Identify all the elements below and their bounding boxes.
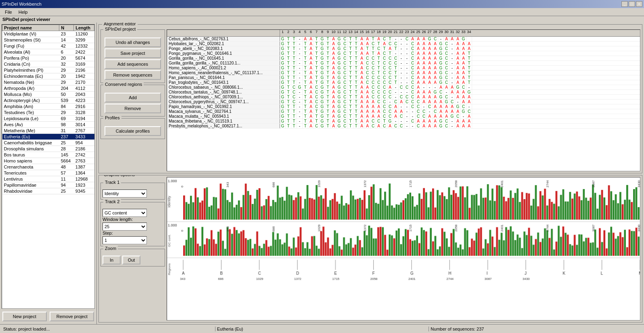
- alignment-row[interactable]: Gorilla_gorilla_-_NC_001645.1GTT-TATGTAG…: [167, 56, 640, 61]
- table-row[interactable]: Crenarchaeota481387: [2, 164, 94, 170]
- new-project-button[interactable]: New project: [2, 312, 47, 321]
- alignment-row[interactable]: Homo_sapiens_neanderthalensis_-_NC_01113…: [167, 71, 640, 75]
- sequences-status: Number of sequences: 237: [429, 327, 642, 331]
- table-row[interactable]: Lepidosauria (Le)693194: [2, 116, 94, 122]
- table-row[interactable]: Homo sapiens56642763: [2, 158, 94, 164]
- table-row[interactable]: Lentivirus1112968: [2, 176, 94, 182]
- table-row[interactable]: Mollusca (Mo)502043: [2, 92, 94, 98]
- title-bar-buttons[interactable]: _ □ ×: [621, 1, 642, 7]
- undo-all-button[interactable]: Undo all changes: [105, 37, 161, 47]
- alignment-row[interactable]: Homo_sapiens_-_AC_000021.2GTT-TATGTAGCTT…: [167, 66, 640, 71]
- alignment-row[interactable]: Macaca_sylvanus_-_NC_002764.1GTT-TATGTAG…: [167, 109, 640, 114]
- col-project-name[interactable]: Project name: [2, 25, 59, 31]
- table-row[interactable]: Aves (Av)983014: [2, 122, 94, 128]
- table-row[interactable]: Eutheria (Eu)2373433: [2, 134, 94, 140]
- spindel-project-group: SPInDel project Undo all changes Save pr…: [100, 29, 165, 83]
- add-sequences-button[interactable]: Add sequences: [105, 59, 161, 69]
- menu-bar: File Help: [0, 8, 644, 16]
- alignment-editor-title: Alignment editor: [102, 23, 138, 26]
- alignment-row[interactable]: Pongo_pygmaeus_-_NC_001646.1GTT-TATGTAGC…: [167, 51, 640, 56]
- alignment-row[interactable]: Hylobates_lar_-_NC_002082.1GTT-TATGTAGCT…: [167, 42, 640, 46]
- zoom-in-button[interactable]: In: [102, 256, 121, 264]
- alignment-header: 1234567891011121314151617181920212223242…: [167, 30, 640, 37]
- table-row[interactable]: Papillomaviridae941923: [2, 182, 94, 188]
- table-row[interactable]: Caenorhabditis briggsae25954: [2, 140, 94, 146]
- window-length-label: Window length:: [102, 217, 163, 222]
- track2-dropdown[interactable]: GC content Identity Gaps Entropy: [102, 209, 147, 217]
- zoom-group: Zoom In Out: [100, 249, 165, 266]
- alignment-row[interactable]: Pongo_abelii_-_NC_002083.1GTT-TATGTAGCTT…: [167, 46, 640, 51]
- left-panel: Project name N Length Viridiplantae (Vi)…: [0, 23, 97, 324]
- alignment-row[interactable]: Chlorocebus_aethiops_-_NC_007009.1...GTC…: [167, 95, 640, 100]
- alignment-row[interactable]: Presbytis_melalophos_-_NC_008217.1...GTT…: [167, 124, 640, 129]
- menu-file[interactable]: File: [2, 9, 15, 15]
- app-header: SPInDel project viewer: [0, 16, 644, 23]
- col-length[interactable]: Length: [74, 25, 94, 31]
- conserved-regions-title: Conserved regions: [103, 82, 144, 87]
- track1-dropdown[interactable]: Identity GC content Gaps Entropy: [102, 189, 147, 198]
- title-bar: SPInDel Workbench _ □ ×: [0, 0, 644, 8]
- table-row[interactable]: Echinodermata (Ec)201942: [2, 73, 94, 79]
- table-row[interactable]: Viridiplantae (Vi)2311260: [2, 31, 94, 37]
- table-row[interactable]: Platyhelminthes (Pl)292196: [2, 67, 94, 73]
- track1-group: Track 1 Identity GC content Gaps Entropy: [100, 183, 165, 200]
- add-conserved-button[interactable]: Add: [105, 93, 161, 102]
- table-row[interactable]: Nematoda (Ne)292170: [2, 79, 94, 85]
- calculate-profiles-button[interactable]: Calculate profiles: [105, 126, 161, 136]
- track2-group: Track 2 GC content Identity Gaps Entropy…: [100, 202, 165, 246]
- project-table: Project name N Length Viridiplantae (Vi)…: [2, 24, 95, 309]
- table-row[interactable]: Tenericutes571364: [2, 170, 94, 176]
- maximize-button[interactable]: □: [629, 1, 635, 7]
- table-row[interactable]: Porifera (Po)205674: [2, 55, 94, 61]
- table-row[interactable]: Metatheria (Me)312767: [2, 128, 94, 134]
- project-status: Eutheria (Eu): [215, 327, 429, 331]
- table-row[interactable]: Bos taurus1452742: [2, 152, 94, 158]
- chart-canvas: [167, 177, 640, 321]
- table-row[interactable]: Alveolata (Al)62422: [2, 49, 94, 55]
- minimize-button[interactable]: _: [621, 1, 628, 7]
- table-row[interactable]: Amphibia (Am)842916: [2, 104, 94, 110]
- track2-title: Track 2: [103, 199, 121, 204]
- step-dropdown[interactable]: 1 5 10: [102, 236, 147, 244]
- track1-title: Track 1: [103, 180, 121, 185]
- alignment-row[interactable]: Gorilla_gorilla_gorilla_-_NC_011120.1...…: [167, 61, 640, 66]
- table-row[interactable]: Drosophila simulans282186: [2, 146, 94, 152]
- table-row[interactable]: Arthropoda (Ar)2044112: [2, 85, 94, 92]
- zoom-out-button[interactable]: Out: [122, 256, 140, 264]
- table-row[interactable]: Stramenopiles (St)143299: [2, 37, 94, 43]
- profiles-group: Profiles Calculate profiles: [100, 118, 165, 139]
- remove-conserved-button[interactable]: Remove: [105, 104, 161, 113]
- alignment-row[interactable]: Macaca_thibetana_-_NC_011519.1GTT-TATGTA…: [167, 119, 640, 124]
- col-n[interactable]: N: [59, 25, 74, 31]
- zoom-title: Zoom: [103, 246, 118, 251]
- step-label: Step:: [102, 231, 163, 235]
- table-row[interactable]: Rhabdoviridae259345: [2, 188, 94, 194]
- alignment-row[interactable]: Pan_paniscus_-_NC_001644.1GTT-TATGTAGCTT…: [167, 75, 640, 80]
- table-row[interactable]: Cnidaria (Cn)323169: [2, 61, 94, 67]
- alignment-row[interactable]: Papio_hamadryas_-_NC_001992.1GTT-TACGTAG…: [167, 104, 640, 109]
- graphic-options-title: Graphic options: [102, 175, 136, 177]
- spindel-project-title: SPInDel project: [103, 27, 137, 31]
- alignment-row[interactable]: Chlorocebus_tantalus_-_NC_009748.1...GTC…: [167, 90, 640, 95]
- window-length-dropdown[interactable]: 25 10 50 100: [102, 223, 147, 231]
- table-row[interactable]: Testudines (Te)293128: [2, 110, 94, 116]
- status-bar: Status: project loaded... Eutheria (Eu) …: [0, 324, 644, 333]
- alignment-row[interactable]: Pan_troglodytes_-_NC_001643.1GTT-TATGTAG…: [167, 80, 640, 85]
- table-row[interactable]: Actinopterygii (Ac)5394223: [2, 98, 94, 104]
- chart-area: [167, 177, 640, 321]
- remove-sequences-button[interactable]: Remove sequences: [105, 70, 161, 80]
- save-project-button[interactable]: Save project: [105, 48, 161, 58]
- alignment-grid-wrapper: 1234567891011121314151617181920212223242…: [167, 29, 640, 171]
- conserved-regions-group: Conserved regions Add Remove: [100, 85, 165, 117]
- profiles-title: Profiles: [103, 115, 121, 120]
- alignment-row[interactable]: Chlorocebus_pygerythrus_-_NC_009747.1...…: [167, 100, 640, 104]
- status-text: Status: project loaded...: [2, 327, 215, 331]
- alignment-row[interactable]: Macaca_mulatta_-_NC_005943.1GTT-TATGTAGC…: [167, 114, 640, 119]
- app-title: SPInDel Workbench: [2, 2, 42, 6]
- menu-help[interactable]: Help: [15, 9, 31, 15]
- alignment-row[interactable]: Cebus_albifrons_-_NC_002763.1GTT-AATGTAG…: [167, 37, 640, 42]
- remove-project-button[interactable]: Remove project: [50, 312, 94, 321]
- close-button[interactable]: ×: [636, 1, 642, 7]
- table-row[interactable]: Fungi (Fu)4212332: [2, 43, 94, 49]
- alignment-row[interactable]: Chlorocebus_sabaeus_-_NC_008066.1...GTCG…: [167, 85, 640, 90]
